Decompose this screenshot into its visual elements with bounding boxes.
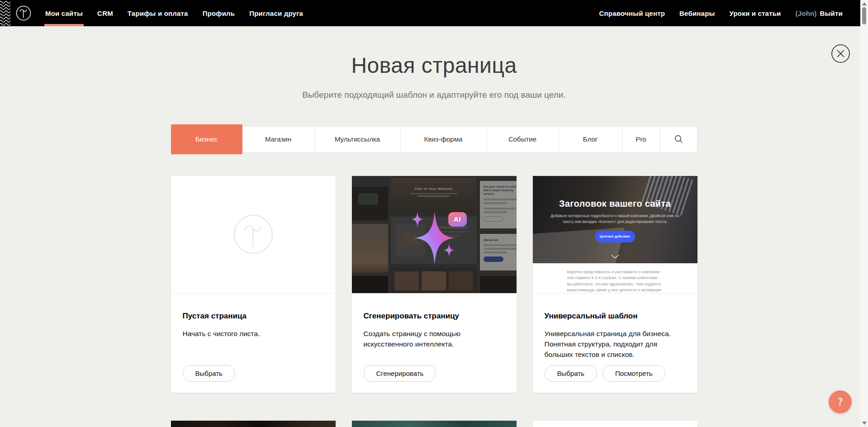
ai-sparkle-small-icon [442, 243, 456, 257]
view-button[interactable]: Посмотреть [602, 365, 665, 382]
template-hero-title: Заголовок вашего сайта [533, 199, 697, 209]
template-preview[interactable] [533, 421, 697, 427]
new-page-modal: Мои сайты CRM Тарифы и оплата Профиль Пр… [0, 0, 868, 427]
blank-page-preview[interactable] [171, 176, 336, 294]
page-subtitle: Выберите подходящий шаблон и адаптируйте… [171, 90, 697, 100]
nav-item-tariffs[interactable]: Тарифы и оплата [128, 0, 188, 26]
nav-item-logout[interactable]: (John) Выйти [796, 0, 843, 26]
tab-event[interactable]: Событие [487, 126, 559, 152]
tab-shop[interactable]: Магазин [242, 126, 315, 152]
generate-button[interactable]: Сгенерировать [364, 365, 436, 382]
nav-item-crm[interactable]: CRM [97, 0, 113, 26]
template-body-text: Коротко представьтесь и расскажите о ком… [567, 269, 663, 294]
select-button[interactable]: Выбрать [183, 365, 235, 382]
search-icon [674, 135, 683, 143]
scrollbar[interactable] [860, 0, 868, 427]
universal-template-preview[interactable]: Заголовок вашего сайта Добавьте интересн… [533, 176, 697, 294]
template-body-preview: Коротко представьтесь и расскажите о ком… [533, 263, 697, 294]
card-template-4 [171, 421, 336, 427]
template-category-tabs: Бизнес Магазин Мультиссылка Квиз-форма С… [171, 126, 697, 154]
wave-pattern-icon [0, 0, 10, 26]
template-preview[interactable] [171, 421, 336, 427]
template-hero-text: Добавьте интересные подробности о вашей … [547, 213, 683, 225]
tab-quiz-form[interactable]: Квиз-форма [401, 126, 487, 152]
template-cta-button: Целевое действие [595, 231, 635, 242]
close-icon[interactable] [831, 44, 850, 63]
card-title: Пустая страница [183, 312, 324, 321]
website-collage: Title of Your Website [352, 176, 517, 293]
top-nav: Мои сайты CRM Тарифы и оплата Профиль Пр… [0, 0, 868, 26]
scrollbar-thumb[interactable] [862, 7, 866, 24]
card-title: Сгенерировать страницу [364, 312, 505, 321]
tilda-watermark-icon [232, 214, 274, 255]
card-description: Начать с чистого листа. [183, 328, 324, 339]
card-template-6 [533, 421, 697, 427]
scroll-down-arrow[interactable] [862, 422, 867, 425]
nav-item-invite-friend[interactable]: Пригласи друга [249, 0, 303, 26]
tab-business[interactable]: Бизнес [171, 124, 242, 154]
tab-multilink[interactable]: Мультиссылка [315, 126, 401, 152]
card-description: Универсальная страница для бизнеса. Поня… [545, 328, 686, 360]
striped-shirt-decor [641, 176, 694, 216]
select-button[interactable]: Выбрать [545, 365, 597, 382]
tab-search[interactable] [660, 126, 697, 152]
nav-right-menu: Справочный центр Вебинары Уроки и статьи… [599, 0, 868, 26]
nav-left-menu: Мои сайты CRM Тарифы и оплата Профиль Пр… [45, 0, 303, 26]
nav-item-my-sites[interactable]: Мои сайты [45, 0, 83, 26]
template-cards-row: Пустая страница Начать с чистого листа. … [171, 176, 697, 393]
nav-item-webinars[interactable]: Вебинары [679, 0, 715, 26]
card-description: Создать страницу с помощью искусственног… [364, 328, 505, 350]
card-ai-generate: Title of Your Website [352, 176, 517, 393]
ai-badge: AI [448, 212, 467, 227]
chevron-down-icon [611, 254, 620, 259]
scroll-up-arrow[interactable] [862, 2, 867, 5]
tab-blog[interactable]: Блог [559, 126, 622, 152]
card-blank-page: Пустая страница Начать с чистого листа. … [171, 176, 336, 393]
card-template-5 [352, 421, 517, 427]
page-title: Новая страница [171, 52, 697, 79]
nav-item-profile[interactable]: Профиль [203, 0, 235, 26]
logout-label: Выйти [820, 9, 843, 17]
nav-item-lessons[interactable]: Уроки и статьи [730, 0, 781, 26]
tilda-logo-icon[interactable] [15, 5, 32, 21]
help-button[interactable]: ? [829, 390, 852, 413]
user-name: (John) [796, 9, 817, 17]
card-title: Универсальный шаблон [545, 312, 686, 321]
nav-item-help-center[interactable]: Справочный центр [599, 0, 665, 26]
tab-pro[interactable]: Pro [622, 126, 660, 152]
template-hero: Заголовок вашего сайта Добавьте интересн… [533, 176, 697, 263]
card-universal-template: Заголовок вашего сайта Добавьте интересн… [533, 176, 697, 393]
ai-generate-preview[interactable]: Title of Your Website [352, 176, 517, 294]
template-cards-row-2 [171, 421, 697, 427]
ai-sparkle-small-icon [410, 211, 425, 228]
template-preview[interactable] [352, 421, 517, 427]
